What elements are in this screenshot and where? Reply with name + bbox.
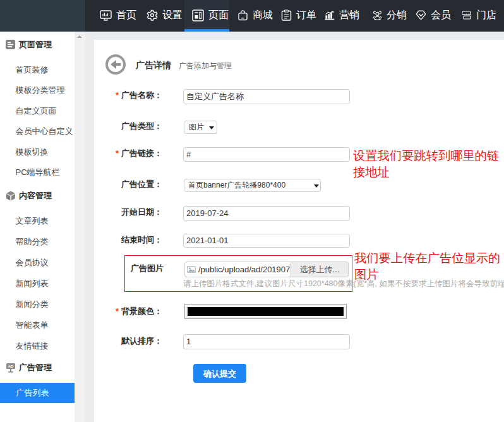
svg-text:AD: AD xyxy=(8,365,14,368)
